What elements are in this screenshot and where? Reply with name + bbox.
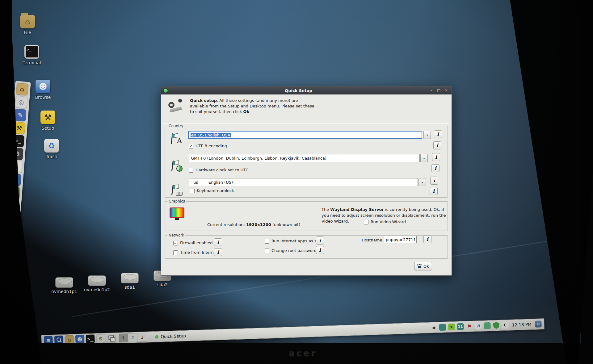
- status-square-icon[interactable]: [484, 322, 491, 329]
- titlebar[interactable]: Quick Setup – □ ✕: [161, 86, 452, 94]
- volume-icon[interactable]: ◀: [430, 324, 437, 331]
- terminal-launcher-icon[interactable]: >_: [86, 334, 95, 343]
- menu-icon[interactable]: ≡: [44, 336, 53, 343]
- trash-bin-icon: ♻: [44, 139, 59, 153]
- text-editor-icon[interactable]: ✎: [12, 161, 23, 173]
- keyboard-info-button[interactable]: i: [430, 177, 438, 185]
- timezone-dropdown-icon[interactable]: ▾: [420, 154, 428, 162]
- hostname-input[interactable]: [384, 236, 417, 243]
- setup-tools-icon[interactable]: ⚒: [13, 122, 26, 134]
- quit-icon[interactable]: ✕: [12, 277, 13, 289]
- window-menu-icon[interactable]: [164, 89, 168, 93]
- run-spot-info-button[interactable]: i: [316, 236, 324, 245]
- locale-info-button[interactable]: i: [434, 130, 442, 138]
- utf8-checkbox[interactable]: ✓: [189, 144, 193, 149]
- country-legend: Country: [167, 124, 185, 128]
- search-icon[interactable]: [54, 336, 63, 343]
- hostname-info-button[interactable]: i: [423, 235, 431, 243]
- hwclock-checkbox[interactable]: [189, 168, 193, 173]
- battery-icon[interactable]: ↯: [448, 324, 455, 331]
- network-legend: Network: [167, 233, 185, 237]
- close-icon[interactable]: ✕: [444, 88, 448, 93]
- home-folder-icon[interactable]: ⌂: [16, 83, 29, 95]
- hostname-label: Hostname:: [362, 238, 384, 242]
- cd-disc-icon[interactable]: ◎: [15, 96, 27, 108]
- window-list-icon[interactable]: [107, 334, 116, 343]
- keyboard-select[interactable]: us English (US): [189, 178, 418, 186]
- bezel-logo: acer: [289, 348, 317, 358]
- settings-gear-icon[interactable]: ⚙: [535, 320, 542, 328]
- install-icon[interactable]: ✎: [14, 109, 27, 121]
- locale-input[interactable]: en_US English, USA: [188, 131, 422, 139]
- email-icon[interactable]: @: [12, 225, 17, 238]
- keyboard-flag-icon: [170, 184, 183, 196]
- workspace-3[interactable]: 3: [137, 333, 147, 341]
- separator: [163, 123, 449, 123]
- desktop-icon-label: Trash: [38, 154, 65, 159]
- taskbar-window-button[interactable]: Quick Setup: [152, 332, 189, 340]
- firewall-label: Firewall enabled: [180, 241, 212, 245]
- chat-person-icon[interactable]: ☻: [75, 335, 84, 343]
- drive-icon-sda1[interactable]: sda1: [114, 273, 145, 290]
- firewall-info-button[interactable]: i: [214, 238, 222, 246]
- screenshot-icon[interactable]: ⚙: [96, 334, 105, 343]
- quick-setup-dialog: Quick Setup – □ ✕ Quick setup. All these…: [161, 86, 452, 276]
- timezone-info-button[interactable]: i: [432, 153, 440, 161]
- minimize-icon[interactable]: –: [429, 88, 434, 93]
- maximize-icon[interactable]: □: [437, 88, 441, 93]
- time-internet-info-button[interactable]: i: [214, 248, 222, 256]
- run-video-checkbox[interactable]: [364, 220, 368, 224]
- shield-icon[interactable]: [493, 322, 500, 329]
- change-root-info-button[interactable]: i: [316, 246, 324, 254]
- locale-dropdown-icon[interactable]: ▾: [423, 131, 431, 139]
- firewall-checkbox[interactable]: ✓: [173, 241, 178, 245]
- paint-icon[interactable]: [12, 199, 19, 212]
- drive-icon-nvme0n1p2[interactable]: nvme0n1p2: [82, 275, 112, 292]
- desktop-icon-setup[interactable]: ⚒ Setup: [35, 111, 61, 131]
- desktop-icon-file[interactable]: ⌂ File: [14, 15, 41, 35]
- network-flag-icon[interactable]: ⚑: [466, 323, 473, 330]
- paw-icon: [417, 264, 422, 268]
- system-tray: ◀↯11⚑BC 12:18 PM ⚙: [430, 320, 542, 331]
- bluetooth-icon[interactable]: B: [475, 323, 482, 330]
- locale-selected-text: en_US English, USA: [191, 133, 231, 137]
- ok-button[interactable]: Ok: [414, 262, 432, 270]
- desktop-icon-label: Terminal: [19, 60, 45, 65]
- workspace-2[interactable]: 2: [128, 333, 138, 342]
- workspace-1[interactable]: 1: [119, 333, 128, 342]
- utilities-gear-icon[interactable]: ⚙: [12, 148, 23, 160]
- drive-label: sda1: [114, 285, 145, 290]
- hwclock-info-button[interactable]: i: [431, 164, 439, 172]
- desktop-icon-trash[interactable]: ♻ Trash: [38, 139, 65, 159]
- writer-icon[interactable]: ✒: [12, 173, 21, 186]
- net-blob-icon[interactable]: [439, 324, 446, 331]
- drive-label: nvme0n1p1: [49, 289, 80, 294]
- locale-flag-icon: A: [170, 133, 182, 144]
- desktop-icon-terminal[interactable]: >_ Terminal: [19, 45, 45, 65]
- calc-icon[interactable]: ∑: [12, 186, 20, 199]
- drive-icon-nvme0n1p1[interactable]: nvme0n1p1: [49, 277, 80, 294]
- utf8-label: UTF-8 encoding: [196, 144, 227, 148]
- hard-disk-icon: [121, 273, 139, 283]
- clock: 12:18 PM: [512, 322, 531, 327]
- numlock-info-button[interactable]: i: [430, 187, 438, 195]
- connect-icon[interactable]: ▤: [12, 238, 16, 251]
- terminal-icon[interactable]: >_: [12, 135, 24, 147]
- calendar-icon[interactable]: 01: [12, 251, 15, 264]
- load-indicator-icon[interactable]: 11: [457, 323, 464, 330]
- utf8-info-button[interactable]: i: [433, 141, 441, 149]
- hard-disk-icon: [55, 277, 73, 288]
- clipboard-icon[interactable]: C: [502, 322, 509, 329]
- run-spot-checkbox[interactable]: [265, 239, 269, 244]
- desktop-icon-browse[interactable]: ☻ Browse: [30, 80, 56, 100]
- file-manager-icon[interactable]: ⌂: [65, 335, 74, 343]
- media-player-icon[interactable]: ▶: [12, 264, 14, 277]
- numlock-checkbox[interactable]: [190, 189, 195, 193]
- change-root-checkbox[interactable]: [265, 249, 269, 253]
- timezone-select[interactable]: GMT+0 (London, Dublin, Edinburgh, Lisbon…: [189, 154, 420, 162]
- time-internet-checkbox[interactable]: [173, 250, 178, 255]
- taskbar-launchers: ≡⌂☻>_⚙: [44, 334, 116, 343]
- browser-person-icon[interactable]: ☻: [12, 212, 18, 225]
- ok-button-label: Ok: [423, 264, 429, 269]
- keyboard-dropdown-icon[interactable]: ▾: [418, 178, 426, 186]
